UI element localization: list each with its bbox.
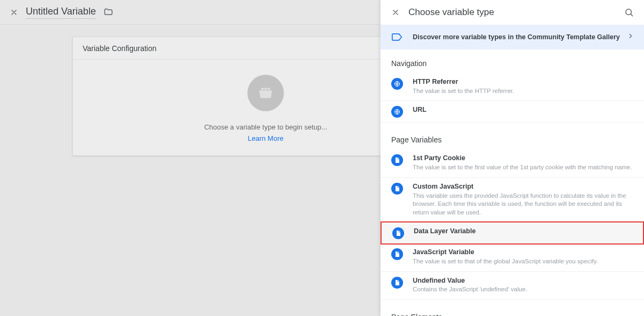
variable-type-item[interactable]: URL [380, 101, 644, 123]
close-icon [10, 8, 18, 17]
close-icon [391, 8, 400, 17]
learn-more-link[interactable]: Learn More [248, 134, 283, 142]
section-title: Page Elements [380, 313, 644, 316]
variable-type-desc: Contains the JavaScript 'undefined' valu… [413, 285, 633, 294]
folder-icon[interactable] [104, 7, 114, 18]
tag-placeholder-icon [247, 75, 284, 111]
variable-type-name: 1st Party Cookie [413, 154, 633, 163]
page-icon [391, 248, 403, 260]
page-icon [391, 183, 403, 195]
variable-type-name: Custom JavaScript [413, 182, 633, 191]
globe-icon [391, 78, 403, 90]
search-icon [624, 8, 634, 17]
page-icon [391, 154, 403, 166]
variable-type-desc: The value is set to the HTTP referrer. [413, 87, 633, 96]
panel-header: Choose variable type [380, 0, 644, 25]
discover-banner[interactable]: Discover more variable types in the Comm… [380, 25, 644, 49]
section-title: Page Variables [380, 135, 644, 149]
panel-body: NavigationHTTP ReferrerThe value is set … [380, 49, 644, 316]
variable-type-desc: This variable uses the provided JavaScri… [413, 192, 633, 217]
variable-type-desc: The value is set to the first value of t… [413, 163, 633, 172]
variable-type-name: URL [413, 105, 633, 114]
variable-type-desc: The value is set to that of the global J… [413, 257, 633, 266]
page-icon [392, 227, 404, 239]
section-title: Navigation [380, 59, 644, 73]
variable-type-name: JavaScript Variable [413, 248, 633, 257]
search-button[interactable] [618, 2, 640, 23]
variable-type-item[interactable]: 1st Party CookieThe value is set to the … [380, 149, 644, 177]
variable-type-item[interactable]: Undefined ValueContains the JavaScript '… [380, 272, 644, 300]
chevron-right-icon [627, 32, 634, 42]
variable-type-name: Data Layer Variable [414, 227, 632, 236]
variable-type-item[interactable]: Custom JavaScriptThis variable uses the … [380, 178, 644, 222]
globe-icon [391, 106, 403, 118]
page-icon [391, 277, 403, 289]
label-icon [391, 31, 403, 43]
variable-type-panel: Choose variable type Discover more varia… [380, 0, 644, 316]
editor-close-button[interactable] [2, 1, 26, 24]
variable-title-input[interactable]: Untitled Variable [26, 6, 96, 19]
panel-title: Choose variable type [408, 7, 618, 18]
variable-type-item[interactable]: JavaScript VariableThe value is set to t… [380, 243, 644, 271]
placeholder-text: Choose a variable type to begin setup... [204, 123, 327, 131]
panel-close-button[interactable] [383, 1, 408, 24]
variable-type-item[interactable]: HTTP ReferrerThe value is set to the HTT… [380, 73, 644, 101]
variable-type-name: HTTP Referrer [413, 77, 633, 87]
variable-type-name: Undefined Value [413, 276, 633, 285]
discover-text: Discover more variable types in the Comm… [413, 33, 627, 41]
variable-type-item[interactable]: Data Layer Variable [382, 222, 643, 243]
